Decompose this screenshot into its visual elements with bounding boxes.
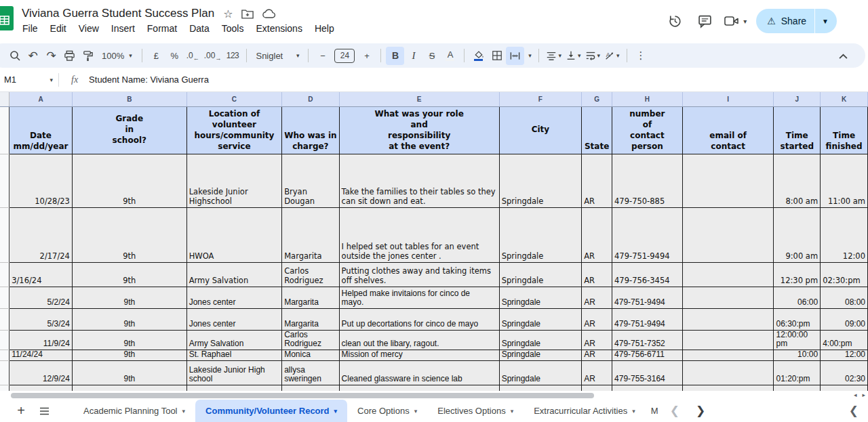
cell-J4[interactable]: 12:30 pm xyxy=(774,262,821,287)
cell-G1[interactable]: State xyxy=(582,106,612,154)
column-header-G[interactable]: G xyxy=(582,92,612,106)
cell-C2[interactable]: Lakeside Junior Highschool xyxy=(186,154,282,207)
cell-E2[interactable]: Take the families to their tables so the… xyxy=(339,154,499,207)
column-header-B[interactable]: B xyxy=(72,92,186,106)
cell-B3[interactable]: 9th xyxy=(72,207,186,262)
sheet-tab-electives-options[interactable]: Electives Options▾ xyxy=(427,400,524,422)
name-box[interactable]: M1 ▾ xyxy=(0,75,58,85)
cell-G4[interactable]: AR xyxy=(582,262,612,287)
cell-E6[interactable]: Put up decortations for cinco de mayo xyxy=(339,308,499,330)
cell-J8[interactable]: 10:00 xyxy=(774,350,821,360)
cell-F7[interactable]: Springdale xyxy=(499,330,582,350)
text-rotation-button[interactable]: A▾ xyxy=(602,47,622,65)
row-header-4[interactable] xyxy=(0,262,9,287)
row-header-5[interactable] xyxy=(0,287,9,308)
fx-icon[interactable]: fx xyxy=(71,75,78,85)
cell-F4[interactable]: Springdale xyxy=(499,262,582,287)
cell-K3[interactable]: 12:00 xyxy=(821,207,868,262)
cell-H10[interactable] xyxy=(612,385,683,391)
paint-format-icon[interactable] xyxy=(79,47,97,65)
cell-E5[interactable]: Helped make invitaions for cinco de mayo… xyxy=(339,287,499,308)
row-header-2[interactable] xyxy=(0,154,9,207)
sheet-tab-core-options[interactable]: Core Options▾ xyxy=(347,400,427,422)
cell-H7[interactable]: 479-751-7352 xyxy=(612,330,683,350)
undo-icon[interactable]: ↶ xyxy=(24,47,42,65)
cell-A6[interactable]: 5/3/24 xyxy=(9,308,73,330)
cell-D10[interactable] xyxy=(282,385,339,391)
sheet-tab-extracurricular-activities[interactable]: Extracurricular Activities▾ xyxy=(524,400,646,422)
cell-K1[interactable]: Time finished xyxy=(821,106,868,154)
cell-B9[interactable]: 9th xyxy=(72,360,186,385)
row-header-7[interactable] xyxy=(0,330,9,350)
format-percent-button[interactable]: % xyxy=(165,47,184,65)
cell-B6[interactable]: 9th xyxy=(72,308,186,330)
next-sheets-icon[interactable]: ❯ xyxy=(696,404,705,418)
row-header-6[interactable] xyxy=(0,308,9,330)
cell-E1[interactable]: What was your role and responsibility at… xyxy=(339,106,499,154)
scroll-left-icon[interactable]: ◂ xyxy=(854,392,857,398)
grid-corner[interactable] xyxy=(0,92,9,106)
menu-edit[interactable]: Edit xyxy=(44,22,73,35)
cell-H6[interactable]: 479-751-9494 xyxy=(612,308,683,330)
cell-K7[interactable]: 4:00:pm xyxy=(821,330,868,350)
cell-A8[interactable]: 11/24/24 xyxy=(9,350,73,360)
menu-help[interactable]: Help xyxy=(309,22,340,35)
cell-B5[interactable]: 9th xyxy=(72,287,186,308)
cell-F10[interactable] xyxy=(499,385,582,391)
cell-I3[interactable] xyxy=(682,207,774,262)
cell-D8[interactable]: Monica xyxy=(282,350,339,360)
column-header-I[interactable]: I xyxy=(682,92,774,106)
strikethrough-button[interactable]: S xyxy=(422,47,441,65)
cell-I1[interactable]: email of contact xyxy=(682,106,774,154)
cloud-status-icon[interactable] xyxy=(262,9,276,19)
cell-B8[interactable]: 9th xyxy=(72,350,186,360)
cell-I10[interactable] xyxy=(682,385,774,391)
version-history-icon[interactable] xyxy=(662,9,688,33)
column-header-A[interactable]: A xyxy=(9,92,73,106)
side-panel-toggle-icon[interactable]: ❮ xyxy=(849,404,859,418)
cell-D3[interactable]: Margarita xyxy=(282,207,339,262)
cell-A5[interactable]: 5/2/24 xyxy=(9,287,73,308)
cell-A1[interactable]: Date mm/dd/year xyxy=(9,106,73,154)
menu-extensions[interactable]: Extensions xyxy=(250,22,308,35)
more-options-icon[interactable]: ⋮ xyxy=(632,47,650,65)
cell-B1[interactable]: Grade in school? xyxy=(72,106,186,154)
cell-J1[interactable]: Time started xyxy=(774,106,821,154)
sheet-tab-m[interactable]: M xyxy=(646,400,660,422)
star-icon[interactable]: ☆ xyxy=(223,7,233,20)
sheets-logo-icon[interactable] xyxy=(0,6,14,30)
italic-button[interactable]: I xyxy=(404,47,422,65)
add-sheet-button[interactable]: + xyxy=(9,400,33,422)
cell-F8[interactable]: Springdale xyxy=(499,350,582,360)
borders-button[interactable] xyxy=(488,47,506,65)
formula-input[interactable]: Student Name: Viviana Guerra xyxy=(89,75,209,85)
number-format-button[interactable]: 123 xyxy=(223,47,241,65)
cell-E4[interactable]: Putting clothes away and taking items of… xyxy=(339,262,499,287)
redo-icon[interactable]: ↷ xyxy=(42,47,60,65)
cell-D9[interactable]: allysa sweringen xyxy=(282,360,339,385)
cell-C8[interactable]: St. Raphael xyxy=(186,350,282,360)
tab-dropdown-icon[interactable]: ▾ xyxy=(511,408,514,415)
cell-H9[interactable]: 479-755-3164 xyxy=(612,360,683,385)
comments-icon[interactable] xyxy=(692,9,717,33)
cell-K8[interactable]: 12:00 xyxy=(821,350,868,360)
cell-E7[interactable]: clean out the libary, ragout. xyxy=(339,330,499,350)
cell-H8[interactable]: 479-756-6711 xyxy=(612,350,683,360)
format-currency-button[interactable]: £ xyxy=(147,47,165,65)
cell-D5[interactable]: Margarita xyxy=(282,287,339,308)
cell-J7[interactable]: 12:00:00 pm xyxy=(774,330,821,350)
text-wrap-button[interactable]: ▾ xyxy=(583,47,603,65)
cell-F2[interactable]: Springdale xyxy=(499,154,582,207)
column-header-C[interactable]: C xyxy=(186,92,282,106)
cell-J3[interactable]: 9:00 am xyxy=(774,207,821,262)
scroll-right-icon[interactable]: ▸ xyxy=(862,392,865,398)
cell-G2[interactable]: AR xyxy=(582,154,612,207)
cell-B10[interactable] xyxy=(72,385,186,391)
print-icon[interactable] xyxy=(60,47,79,65)
cell-D2[interactable]: Bryan Dougan xyxy=(282,154,339,207)
cell-F3[interactable]: Springdale xyxy=(499,207,582,262)
cell-I8[interactable] xyxy=(682,350,774,360)
cell-A4[interactable]: 3/16/24 xyxy=(9,262,73,287)
cell-G10[interactable] xyxy=(582,385,612,391)
cell-G6[interactable]: AR xyxy=(582,308,612,330)
